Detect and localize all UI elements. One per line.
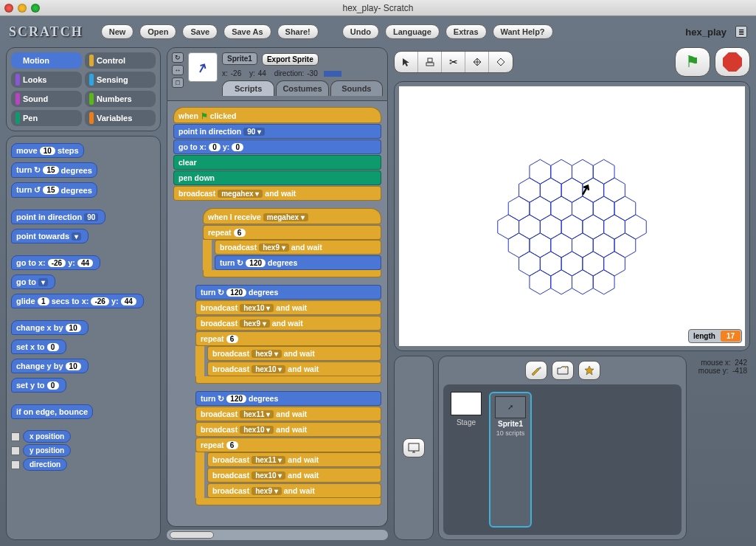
paint-new-sprite-button[interactable]: [525, 361, 547, 380]
ypos-checkbox[interactable]: [11, 446, 20, 455]
set-y-block[interactable]: set y to0: [11, 378, 66, 393]
sprite-list-item[interactable]: ➚ Sprite1 10 scripts: [489, 392, 532, 528]
broadcast-block[interactable]: broadcasthex9 ▾and wait: [215, 240, 381, 255]
choose-sprite-file-button[interactable]: [552, 361, 574, 380]
green-flag-button[interactable]: ⚑: [675, 47, 710, 77]
xpos-reporter[interactable]: x position: [23, 430, 71, 443]
script-stack-4[interactable]: turn ↻120degrees broadcasthex11 ▾and wai…: [195, 391, 381, 505]
broadcast-block[interactable]: broadcasthex10 ▾and wait: [207, 362, 381, 376]
dir-checkbox[interactable]: [11, 460, 20, 469]
stage-toolbar: ✂ ⚑: [394, 47, 750, 77]
turn-block[interactable]: turn ↻120degrees: [195, 391, 381, 406]
script-stack-3[interactable]: turn ↻120degrees broadcasthex10 ▾and wai…: [195, 285, 381, 384]
open-button[interactable]: Open: [139, 24, 176, 39]
broadcast-block[interactable]: broadcasthex9 ▾and wait: [207, 483, 381, 498]
point-direction-block[interactable]: point in direction90 ▾: [173, 124, 381, 139]
extras-button[interactable]: Extras: [445, 24, 487, 39]
broadcast-block[interactable]: broadcasthex10 ▾and wait: [195, 300, 381, 315]
category-pen[interactable]: Pen: [11, 110, 82, 126]
broadcast-block[interactable]: broadcastmegahex ▾and wait: [173, 186, 381, 201]
stage[interactable]: length 17: [399, 86, 745, 346]
new-button[interactable]: New: [101, 24, 134, 39]
direction-reporter[interactable]: direction: [23, 458, 67, 471]
ypos-reporter[interactable]: y position: [23, 444, 71, 457]
turn-block[interactable]: turn ↻120degrees: [195, 285, 381, 300]
clear-block[interactable]: clear: [173, 155, 381, 170]
repeat-block[interactable]: repeat6: [195, 331, 381, 346]
rotate-none-button[interactable]: □: [172, 77, 184, 88]
random-sprite-button[interactable]: [578, 361, 600, 380]
set-x-block[interactable]: set x to0: [11, 339, 66, 354]
scissors-tool[interactable]: ✂: [442, 52, 465, 72]
broadcast-block[interactable]: broadcasthex9 ▾and wait: [207, 346, 381, 361]
stage-thumbnail[interactable]: Stage: [451, 392, 482, 528]
sprite-thumbnail: [188, 52, 218, 82]
sprite-header: ↻ ↔ □ Sprite1 Export Sprite x:-26 y:44: [167, 47, 388, 101]
stage-canvas: [399, 86, 745, 346]
tab-costumes[interactable]: Costumes: [276, 80, 328, 96]
help-button[interactable]: Want Help?: [493, 24, 553, 39]
grow-tool[interactable]: [465, 52, 489, 72]
direction-indicator: [324, 71, 341, 77]
category-variables[interactable]: Variables: [85, 110, 156, 126]
turn-cw-block[interactable]: turn ↻15degrees: [11, 162, 97, 178]
turn-ccw-block[interactable]: turn ↺15degrees: [11, 182, 97, 198]
project-name: hex_play: [685, 27, 726, 38]
move-steps-block[interactable]: move10steps: [11, 143, 84, 158]
category-panel: MotionControlLooksSensingSoundNumbersPen…: [6, 47, 161, 131]
goto-xy-block[interactable]: go to x:-26y:44: [11, 255, 100, 270]
svg-marker-5: [585, 366, 594, 375]
if-edge-bounce-block[interactable]: if on edge, bounce: [11, 404, 93, 419]
presentation-mode-button[interactable]: [403, 438, 425, 457]
tab-scripts[interactable]: Scripts: [222, 80, 274, 96]
stamp-tool[interactable]: [418, 52, 442, 72]
change-x-block[interactable]: change x by10: [11, 320, 89, 335]
category-looks[interactable]: Looks: [11, 72, 82, 88]
when-flag-clicked-block[interactable]: when ⚑ clicked: [173, 107, 381, 123]
undo-button[interactable]: Undo: [342, 24, 379, 39]
change-y-block[interactable]: change y by10: [11, 359, 89, 373]
goto-xy-block[interactable]: go to x:0y:0: [173, 139, 381, 154]
repeat-block[interactable]: repeat6: [195, 438, 381, 452]
broadcast-block[interactable]: broadcasthex11 ▾and wait: [195, 407, 381, 421]
script-stack-2[interactable]: when I receivemegahex ▾ repeat6 broadcas…: [203, 208, 381, 277]
script-stack-1[interactable]: when ⚑ clicked point in direction90 ▾ go…: [173, 107, 381, 201]
broadcast-block[interactable]: broadcasthex11 ▾and wait: [207, 452, 381, 467]
scripts-pane[interactable]: when ⚑ clicked point in direction90 ▾ go…: [167, 101, 388, 527]
project-notes-button[interactable]: ≣: [735, 26, 747, 38]
point-towards-block[interactable]: point towards▾: [11, 229, 89, 243]
pen-down-block[interactable]: pen down: [173, 170, 381, 185]
broadcast-block[interactable]: broadcasthex10 ▾and wait: [207, 468, 381, 483]
pointer-tool[interactable]: [395, 52, 418, 72]
when-receive-block[interactable]: when I receivemegahex ▾: [203, 208, 381, 224]
xpos-checkbox[interactable]: [11, 432, 20, 441]
save-as-button[interactable]: Save As: [223, 24, 271, 39]
scripts-scrollbar[interactable]: [167, 530, 388, 540]
glide-block[interactable]: glide1secs to x:-26y:44: [11, 294, 144, 308]
rotate-free-button[interactable]: ↻: [172, 52, 184, 63]
variable-name: length: [689, 331, 720, 342]
share-button[interactable]: Share!: [277, 24, 319, 39]
save-button[interactable]: Save: [182, 24, 218, 39]
sprite-name-field[interactable]: Sprite1: [222, 52, 257, 65]
tab-sounds[interactable]: Sounds: [330, 80, 383, 96]
category-sensing[interactable]: Sensing: [85, 72, 156, 88]
point-direction-block[interactable]: point in direction90: [11, 210, 105, 224]
turn-block[interactable]: turn ↻120degrees: [215, 255, 381, 270]
category-sound[interactable]: Sound: [11, 91, 82, 107]
rotate-lr-button[interactable]: ↔: [172, 65, 184, 75]
shrink-tool[interactable]: [489, 52, 513, 72]
broadcast-block[interactable]: broadcasthex10 ▾and wait: [195, 422, 381, 437]
export-sprite-button[interactable]: Export Sprite: [262, 53, 319, 66]
repeat-block[interactable]: repeat6: [203, 225, 381, 240]
language-button[interactable]: Language: [385, 24, 440, 39]
variable-watcher[interactable]: length 17: [688, 329, 742, 343]
goto-block[interactable]: go to▾: [11, 274, 55, 289]
broadcast-block[interactable]: broadcasthex9 ▾and wait: [195, 316, 381, 331]
category-motion[interactable]: Motion: [11, 52, 82, 69]
category-control[interactable]: Control: [85, 52, 156, 69]
svg-rect-0: [428, 58, 432, 62]
variable-value: 17: [721, 331, 741, 342]
category-numbers[interactable]: Numbers: [85, 91, 156, 107]
stop-button[interactable]: [715, 47, 750, 77]
